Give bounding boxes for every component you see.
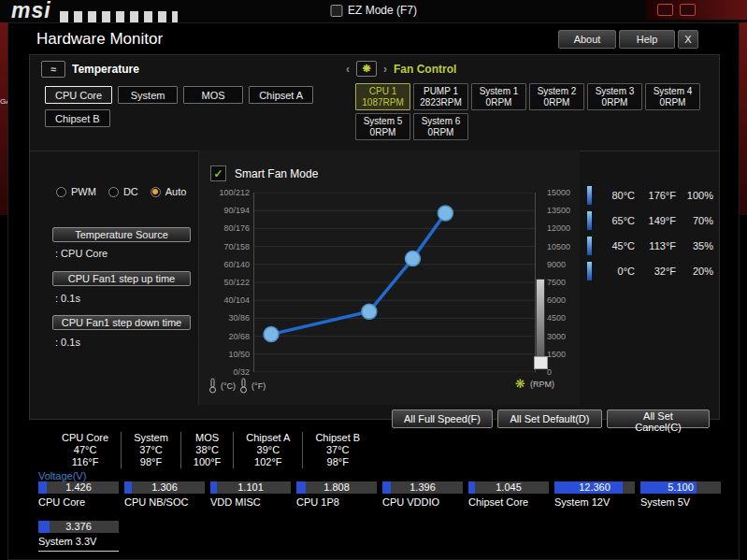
- fan-speed-slider[interactable]: [536, 279, 545, 369]
- legend-row: 45°C 113°F 35%: [587, 233, 718, 258]
- voltage-readout: 1.396 CPU VDDIO: [382, 481, 463, 508]
- fan-curve-point[interactable]: [405, 251, 420, 266]
- help-button[interactable]: Help: [619, 30, 675, 49]
- legend-percent: 100%: [676, 190, 713, 201]
- voltage-name: CPU Core: [38, 496, 119, 508]
- fan-buttons: CPU 1 1087RPM PUMP 1 2823RPM System 1 0R…: [355, 83, 707, 140]
- voltage-bar: 1.396: [382, 481, 463, 494]
- radio-label: Auto: [165, 186, 187, 197]
- slider-handle[interactable]: [534, 356, 548, 369]
- axis-tick-label: 90/194: [212, 206, 250, 215]
- temp-readout: CPU Core 47°C 116°F: [50, 432, 122, 468]
- chevron-left-icon[interactable]: ‹: [346, 63, 350, 76]
- fan-button-cpu1[interactable]: CPU 1 1087RPM: [355, 83, 410, 110]
- fan-icon: ❋: [515, 378, 525, 390]
- tab-system[interactable]: System: [118, 86, 178, 104]
- all-set-default-button[interactable]: All Set Default(D): [497, 409, 602, 428]
- ez-mode-button[interactable]: EZ Mode (F7): [330, 4, 417, 17]
- voltage-value: 12.360: [554, 481, 635, 494]
- tab-chipset-a[interactable]: Chipset A: [249, 86, 313, 104]
- fan-curve-svg: [254, 193, 535, 372]
- radio-label: PWM: [71, 186, 96, 197]
- fan-button-system2[interactable]: System 2 0RPM: [529, 83, 584, 110]
- legend-temp-c: 45°C: [603, 240, 635, 251]
- check-icon: ✓: [213, 168, 223, 179]
- level-bar-icon: [587, 211, 592, 230]
- axis-tick-label: 80/176: [212, 223, 250, 233]
- close-button[interactable]: X: [678, 30, 698, 49]
- ez-mode-label: EZ Mode (F7): [348, 4, 417, 17]
- tab-mos[interactable]: MOS: [183, 86, 243, 104]
- fan-button-system6[interactable]: System 6 0RPM: [413, 113, 468, 140]
- smart-fan-checkbox[interactable]: ✓: [210, 165, 226, 181]
- fan-curve-chart: ✓ Smart Fan Mode 100/21290/19480/17670/1…: [198, 151, 580, 405]
- temperature-section-header: ≈ Temperature: [41, 61, 139, 78]
- all-set-cancel-button[interactable]: All Set Cancel(C): [607, 409, 710, 428]
- hardware-monitor-window: Hardware Monitor About Help X ≈ Temperat…: [7, 22, 740, 560]
- fan-button-system5[interactable]: System 5 0RPM: [355, 113, 410, 140]
- voltage-bar: 1.306: [124, 481, 205, 494]
- temp-celsius: 39°C: [246, 444, 290, 456]
- voltage-bar: 1.426: [38, 481, 119, 494]
- legend-percent: 20%: [676, 266, 713, 277]
- voltage-name: VDD MISC: [210, 496, 291, 508]
- legend-temp-c: 65°C: [603, 215, 635, 226]
- voltage-readout: 1.045 Chipset Core: [468, 481, 549, 508]
- axis-tick-label: 7500: [547, 278, 579, 287]
- msi-logo: msi: [11, 0, 51, 22]
- radio-dc[interactable]: DC: [108, 186, 138, 197]
- voltage-readout: 3.376 System 3.3V: [38, 521, 119, 552]
- axis-tick-label: 10500: [547, 242, 579, 251]
- step-down-time-button[interactable]: CPU Fan1 step down time: [52, 315, 191, 330]
- axis-tick-label: 1500: [547, 350, 579, 359]
- fan-curve-point[interactable]: [438, 206, 453, 221]
- voltage-bar: 3.376: [38, 521, 119, 533]
- fan-curve-point[interactable]: [362, 304, 377, 319]
- fan-curve-legend: 80°C 176°F 100% 65°C 149°F 70% 45°C 113°…: [587, 182, 718, 283]
- temp-readout: MOS 38°C 100°F: [181, 432, 234, 468]
- voltage-name: System 5V: [640, 496, 721, 508]
- all-full-speed-button[interactable]: All Full Speed(F): [392, 409, 493, 428]
- level-bar-icon: [587, 237, 592, 255]
- voltage-value: 3.376: [38, 521, 119, 533]
- voltage-name: CPU NB/SOC: [124, 496, 205, 508]
- left-axis: 100/21290/19480/17670/15860/14050/12240/…: [212, 188, 250, 377]
- radio-auto[interactable]: Auto: [151, 186, 187, 197]
- voltage-readout: 1.808 CPU 1P8: [296, 481, 377, 508]
- about-button[interactable]: About: [558, 30, 616, 49]
- fan-rpm: 2823RPM: [420, 97, 461, 108]
- fan-icon: ❋: [356, 61, 377, 77]
- temperature-source-button[interactable]: Temperature Source: [52, 227, 191, 242]
- favorites-icon[interactable]: [680, 4, 696, 16]
- smart-fan-label: Smart Fan Mode: [235, 167, 318, 180]
- step-up-time-button[interactable]: CPU Fan1 step up time: [52, 271, 191, 286]
- tab-chipset-b[interactable]: Chipset B: [45, 109, 110, 127]
- axis-tick-label: 13500: [547, 206, 579, 215]
- fan-curve-point[interactable]: [264, 327, 279, 342]
- fan-button-system4[interactable]: System 4 0RPM: [645, 83, 700, 110]
- axis-tick-label: 9000: [547, 260, 579, 269]
- fan-button-pump1[interactable]: PUMP 1 2823RPM: [413, 83, 468, 110]
- voltage-value: 1.101: [210, 481, 291, 494]
- axis-tick-label: 30/86: [212, 313, 250, 323]
- radio-pwm[interactable]: PWM: [56, 186, 96, 197]
- fan-control-label: Fan Control: [394, 63, 456, 76]
- screenshot-icon[interactable]: [657, 4, 673, 16]
- fan-button-system3[interactable]: System 3 0RPM: [587, 83, 642, 110]
- axis-tick-label: 3000: [547, 332, 579, 341]
- tab-cpu-core[interactable]: CPU Core: [45, 86, 112, 104]
- page-title: Hardware Monitor: [36, 30, 163, 49]
- legend-row: 80°C 176°F 100%: [587, 182, 718, 208]
- fan-name: System 1: [480, 86, 519, 97]
- fan-button-system1[interactable]: System 1 0RPM: [471, 83, 526, 110]
- right-axis: 1500013500120001050090007500600045003000…: [547, 188, 579, 377]
- legend-percent: 35%: [676, 240, 713, 251]
- fan-name: System 4: [654, 86, 693, 97]
- temp-celsius: 38°C: [194, 444, 221, 456]
- fan-name: System 6: [422, 116, 461, 127]
- chevron-right-icon[interactable]: ›: [383, 63, 387, 76]
- axis-tick-label: 50/122: [212, 278, 250, 287]
- temp-readout: Chipset A 39°C 102°F: [234, 432, 303, 468]
- fan-name: System 3: [596, 86, 635, 97]
- temperature-section-label: Temperature: [72, 63, 139, 76]
